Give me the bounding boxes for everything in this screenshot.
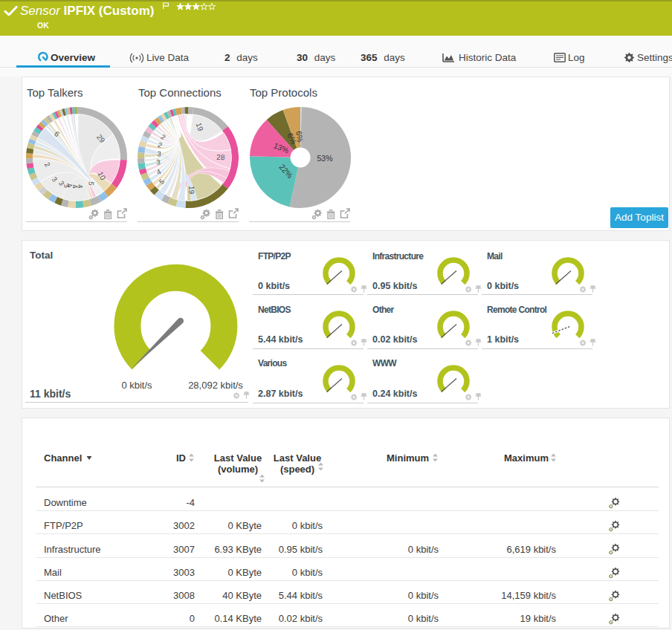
svg-text:4: 4 [76,184,84,189]
svg-text:19: 19 [187,186,196,195]
svg-text:53%: 53% [317,154,332,163]
svg-text:28: 28 [216,153,225,162]
svg-text:3: 3 [156,158,161,166]
svg-text:5: 5 [87,181,95,186]
